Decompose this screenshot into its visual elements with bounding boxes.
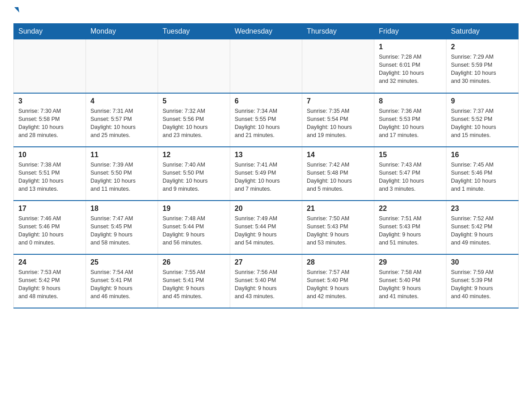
- day-number: 9: [451, 97, 514, 105]
- day-number: 3: [18, 97, 81, 105]
- logo-triangle-icon: [14, 7, 19, 13]
- day-number: 27: [235, 258, 297, 266]
- weekday-header-tuesday: Tuesday: [158, 24, 230, 39]
- calendar-cell: 23Sunrise: 7:52 AM Sunset: 5:42 PM Dayli…: [446, 201, 519, 254]
- day-info: Sunrise: 7:55 AM Sunset: 5:41 PM Dayligh…: [163, 268, 225, 301]
- day-info: Sunrise: 7:45 AM Sunset: 5:46 PM Dayligh…: [451, 161, 514, 193]
- calendar-cell: 15Sunrise: 7:43 AM Sunset: 5:47 PM Dayli…: [374, 147, 446, 201]
- day-number: 8: [379, 97, 442, 105]
- day-number: 1: [379, 43, 442, 51]
- calendar-cell: 29Sunrise: 7:58 AM Sunset: 5:40 PM Dayli…: [374, 254, 446, 308]
- calendar-cell: 25Sunrise: 7:54 AM Sunset: 5:41 PM Dayli…: [86, 254, 158, 308]
- day-number: 26: [163, 258, 225, 266]
- calendar-cell: 7Sunrise: 7:35 AM Sunset: 5:54 PM Daylig…: [302, 93, 374, 147]
- day-number: 13: [235, 151, 297, 159]
- day-number: 7: [307, 97, 369, 105]
- calendar-cell: 3Sunrise: 7:30 AM Sunset: 5:58 PM Daylig…: [14, 93, 86, 147]
- calendar-cell: 4Sunrise: 7:31 AM Sunset: 5:57 PM Daylig…: [86, 93, 158, 147]
- weekday-header-monday: Monday: [86, 24, 158, 39]
- day-number: 22: [379, 205, 442, 213]
- day-info: Sunrise: 7:47 AM Sunset: 5:45 PM Dayligh…: [90, 214, 153, 247]
- calendar-cell: 16Sunrise: 7:45 AM Sunset: 5:46 PM Dayli…: [446, 147, 519, 201]
- calendar-cell: 14Sunrise: 7:42 AM Sunset: 5:48 PM Dayli…: [302, 147, 374, 201]
- day-info: Sunrise: 7:35 AM Sunset: 5:54 PM Dayligh…: [307, 107, 369, 140]
- calendar-cell: 20Sunrise: 7:49 AM Sunset: 5:44 PM Dayli…: [230, 201, 302, 254]
- week-row-1: 1Sunrise: 7:28 AM Sunset: 6:01 PM Daylig…: [14, 39, 519, 93]
- calendar-cell: 19Sunrise: 7:48 AM Sunset: 5:44 PM Dayli…: [158, 201, 230, 254]
- day-number: 15: [379, 151, 442, 159]
- calendar-cell: 6Sunrise: 7:34 AM Sunset: 5:55 PM Daylig…: [230, 93, 302, 147]
- day-info: Sunrise: 7:28 AM Sunset: 6:01 PM Dayligh…: [379, 53, 442, 86]
- day-info: Sunrise: 7:41 AM Sunset: 5:49 PM Dayligh…: [235, 161, 297, 193]
- day-number: 17: [18, 205, 81, 213]
- week-row-3: 10Sunrise: 7:38 AM Sunset: 5:51 PM Dayli…: [14, 147, 519, 201]
- week-row-2: 3Sunrise: 7:30 AM Sunset: 5:58 PM Daylig…: [14, 93, 519, 147]
- calendar-cell: 30Sunrise: 7:59 AM Sunset: 5:39 PM Dayli…: [446, 254, 519, 308]
- weekday-header-thursday: Thursday: [302, 24, 374, 39]
- day-info: Sunrise: 7:30 AM Sunset: 5:58 PM Dayligh…: [18, 107, 81, 140]
- day-info: Sunrise: 7:36 AM Sunset: 5:53 PM Dayligh…: [379, 107, 442, 140]
- weekday-header-sunday: Sunday: [14, 24, 86, 39]
- day-number: 11: [90, 151, 153, 159]
- day-info: Sunrise: 7:51 AM Sunset: 5:43 PM Dayligh…: [379, 214, 442, 247]
- day-info: Sunrise: 7:50 AM Sunset: 5:43 PM Dayligh…: [307, 214, 369, 247]
- calendar-cell: [230, 39, 302, 93]
- calendar-cell: 22Sunrise: 7:51 AM Sunset: 5:43 PM Dayli…: [374, 201, 446, 254]
- logo: [13, 9, 31, 15]
- calendar-cell: 2Sunrise: 7:29 AM Sunset: 5:59 PM Daylig…: [446, 39, 519, 93]
- calendar-cell: [302, 39, 374, 93]
- day-number: 23: [451, 205, 514, 213]
- day-number: 12: [163, 151, 225, 159]
- calendar-cell: 13Sunrise: 7:41 AM Sunset: 5:49 PM Dayli…: [230, 147, 302, 201]
- calendar-cell: 17Sunrise: 7:46 AM Sunset: 5:46 PM Dayli…: [14, 201, 86, 254]
- calendar-cell: 28Sunrise: 7:57 AM Sunset: 5:40 PM Dayli…: [302, 254, 374, 308]
- day-info: Sunrise: 7:42 AM Sunset: 5:48 PM Dayligh…: [307, 161, 369, 193]
- calendar-cell: [86, 39, 158, 93]
- day-info: Sunrise: 7:31 AM Sunset: 5:57 PM Dayligh…: [90, 107, 153, 140]
- calendar-cell: 27Sunrise: 7:56 AM Sunset: 5:40 PM Dayli…: [230, 254, 302, 308]
- weekday-header-row: SundayMondayTuesdayWednesdayThursdayFrid…: [14, 24, 519, 39]
- calendar-cell: [14, 39, 86, 93]
- calendar-cell: [158, 39, 230, 93]
- day-info: Sunrise: 7:34 AM Sunset: 5:55 PM Dayligh…: [235, 107, 297, 140]
- day-info: Sunrise: 7:38 AM Sunset: 5:51 PM Dayligh…: [18, 161, 81, 193]
- calendar-cell: 5Sunrise: 7:32 AM Sunset: 5:56 PM Daylig…: [158, 93, 230, 147]
- day-info: Sunrise: 7:29 AM Sunset: 5:59 PM Dayligh…: [451, 53, 514, 86]
- calendar-cell: 1Sunrise: 7:28 AM Sunset: 6:01 PM Daylig…: [374, 39, 446, 93]
- weekday-header-saturday: Saturday: [446, 24, 519, 39]
- day-info: Sunrise: 7:43 AM Sunset: 5:47 PM Dayligh…: [379, 161, 442, 193]
- day-number: 18: [90, 205, 153, 213]
- day-number: 20: [235, 205, 297, 213]
- calendar-cell: 12Sunrise: 7:40 AM Sunset: 5:50 PM Dayli…: [158, 147, 230, 201]
- day-info: Sunrise: 7:40 AM Sunset: 5:50 PM Dayligh…: [163, 161, 225, 193]
- day-info: Sunrise: 7:53 AM Sunset: 5:42 PM Dayligh…: [18, 268, 81, 301]
- calendar-cell: 11Sunrise: 7:39 AM Sunset: 5:50 PM Dayli…: [86, 147, 158, 201]
- week-row-5: 24Sunrise: 7:53 AM Sunset: 5:42 PM Dayli…: [14, 254, 519, 308]
- calendar-cell: 18Sunrise: 7:47 AM Sunset: 5:45 PM Dayli…: [86, 201, 158, 254]
- day-number: 4: [90, 97, 153, 105]
- day-number: 29: [379, 258, 442, 266]
- day-number: 5: [163, 97, 225, 105]
- calendar-cell: 10Sunrise: 7:38 AM Sunset: 5:51 PM Dayli…: [14, 147, 86, 201]
- day-info: Sunrise: 7:57 AM Sunset: 5:40 PM Dayligh…: [307, 268, 369, 301]
- day-number: 24: [18, 258, 81, 266]
- day-number: 19: [163, 205, 225, 213]
- calendar-cell: 24Sunrise: 7:53 AM Sunset: 5:42 PM Dayli…: [14, 254, 86, 308]
- calendar-cell: 21Sunrise: 7:50 AM Sunset: 5:43 PM Dayli…: [302, 201, 374, 254]
- day-number: 16: [451, 151, 514, 159]
- weekday-header-friday: Friday: [374, 24, 446, 39]
- day-number: 21: [307, 205, 369, 213]
- calendar-cell: 26Sunrise: 7:55 AM Sunset: 5:41 PM Dayli…: [158, 254, 230, 308]
- day-number: 25: [90, 258, 153, 266]
- weekday-header-wednesday: Wednesday: [230, 24, 302, 39]
- day-info: Sunrise: 7:37 AM Sunset: 5:52 PM Dayligh…: [451, 107, 514, 140]
- day-info: Sunrise: 7:54 AM Sunset: 5:41 PM Dayligh…: [90, 268, 153, 301]
- day-number: 6: [235, 97, 297, 105]
- day-info: Sunrise: 7:49 AM Sunset: 5:44 PM Dayligh…: [235, 214, 297, 247]
- day-number: 10: [18, 151, 81, 159]
- day-info: Sunrise: 7:52 AM Sunset: 5:42 PM Dayligh…: [451, 214, 514, 247]
- week-row-4: 17Sunrise: 7:46 AM Sunset: 5:46 PM Dayli…: [14, 201, 519, 254]
- day-number: 14: [307, 151, 369, 159]
- day-info: Sunrise: 7:48 AM Sunset: 5:44 PM Dayligh…: [163, 214, 225, 247]
- day-info: Sunrise: 7:58 AM Sunset: 5:40 PM Dayligh…: [379, 268, 442, 301]
